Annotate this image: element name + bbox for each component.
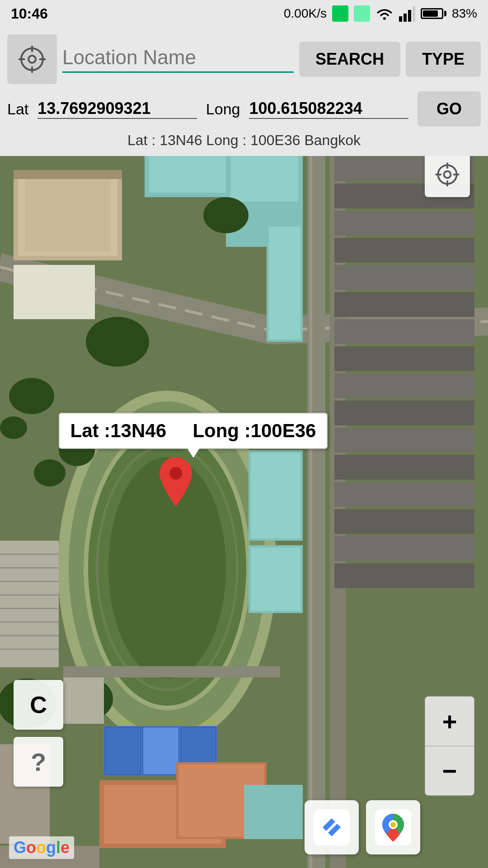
search-button[interactable]: SEARCH xyxy=(299,42,400,77)
svg-rect-40 xyxy=(334,563,474,588)
long-label: Long xyxy=(206,100,240,118)
map-background xyxy=(0,134,488,868)
svg-rect-76 xyxy=(251,453,300,538)
svg-point-92 xyxy=(390,822,396,827)
location-name-input[interactable] xyxy=(62,46,294,69)
pulse-icon xyxy=(332,5,348,22)
svg-rect-37 xyxy=(334,482,474,507)
svg-rect-33 xyxy=(334,373,474,398)
svg-rect-2 xyxy=(404,14,407,22)
svg-rect-42 xyxy=(269,226,300,340)
zoom-out-button[interactable]: − xyxy=(425,746,474,796)
status-bar: 10:46 0.00K/s 83% xyxy=(0,0,488,27)
svg-point-65 xyxy=(86,317,149,367)
help-button[interactable]: ? xyxy=(14,737,63,787)
svg-point-72 xyxy=(0,416,27,439)
map-pin xyxy=(158,457,194,509)
svg-rect-78 xyxy=(251,547,300,611)
lat-input-wrap xyxy=(38,99,197,119)
signal-icon xyxy=(399,5,415,22)
svg-rect-38 xyxy=(334,509,474,534)
svg-rect-32 xyxy=(334,346,474,371)
long-input[interactable] xyxy=(249,99,408,118)
long-input-wrap xyxy=(249,99,408,119)
bottom-left-buttons: C ? xyxy=(14,680,63,787)
svg-rect-39 xyxy=(334,536,474,561)
svg-rect-47 xyxy=(0,541,59,667)
type-button[interactable]: TYPE xyxy=(406,42,481,77)
google-maps-icon xyxy=(375,809,411,845)
svg-rect-57 xyxy=(105,727,141,775)
svg-point-82 xyxy=(444,171,451,178)
callout-lat: Lat :13N46 xyxy=(70,420,166,441)
directions-button[interactable] xyxy=(305,800,359,854)
svg-rect-1 xyxy=(399,16,402,22)
top-controls: SEARCH TYPE Lat Long GO Lat : 13N46 Long… xyxy=(0,27,488,156)
svg-point-6 xyxy=(28,56,36,63)
svg-rect-27 xyxy=(334,211,474,236)
svg-rect-13 xyxy=(310,134,312,868)
svg-rect-4 xyxy=(413,6,415,22)
zoom-in-button[interactable]: + xyxy=(425,696,474,746)
svg-rect-64 xyxy=(244,785,303,839)
svg-point-66 xyxy=(203,197,249,233)
lat-input[interactable] xyxy=(38,99,197,118)
svg-rect-17 xyxy=(25,179,111,251)
svg-rect-36 xyxy=(334,455,474,480)
svg-rect-31 xyxy=(334,319,474,344)
svg-rect-18 xyxy=(14,170,122,179)
coords-row: Lat Long GO xyxy=(7,91,481,127)
svg-rect-30 xyxy=(334,292,474,317)
svg-rect-58 xyxy=(143,727,179,775)
search-row: SEARCH TYPE xyxy=(7,34,481,84)
svg-rect-35 xyxy=(334,428,474,453)
map-container[interactable]: Lat :13N46 Long :100E36 C ? xyxy=(0,134,488,868)
svg-point-0 xyxy=(383,17,386,20)
download-icon xyxy=(354,5,370,22)
map-marker-callout: Lat :13N46 Long :100E36 xyxy=(59,413,328,449)
crosshair-icon xyxy=(18,45,47,74)
svg-rect-34 xyxy=(334,401,474,425)
status-right: 0.00K/s 83% xyxy=(284,5,477,22)
map-svg xyxy=(0,134,488,868)
go-button[interactable]: GO xyxy=(418,91,481,127)
svg-rect-79 xyxy=(63,670,104,724)
svg-rect-28 xyxy=(334,238,474,263)
my-location-button[interactable] xyxy=(7,34,57,84)
svg-rect-23 xyxy=(230,156,298,202)
battery-percent: 83% xyxy=(452,6,477,21)
lat-label: Lat xyxy=(7,100,28,118)
svg-point-71 xyxy=(9,378,54,414)
callout-long: Long :100E36 xyxy=(192,420,316,441)
bottom-nav-buttons xyxy=(305,800,420,854)
clear-button[interactable]: C xyxy=(14,680,63,730)
svg-rect-21 xyxy=(149,152,230,193)
svg-point-70 xyxy=(34,459,66,486)
search-input-wrap xyxy=(62,46,294,73)
crosshair-map-icon xyxy=(434,161,461,188)
svg-rect-3 xyxy=(408,10,411,22)
google-logo: Google xyxy=(9,836,74,859)
network-speed: 0.00K/s xyxy=(284,6,327,21)
svg-rect-29 xyxy=(334,265,474,290)
status-time: 10:46 xyxy=(11,5,48,22)
zoom-buttons: + − xyxy=(425,696,474,796)
battery-icon xyxy=(421,8,446,19)
svg-point-80 xyxy=(169,467,182,480)
directions-icon xyxy=(314,809,350,845)
location-pin-icon xyxy=(158,457,194,507)
wifi-icon xyxy=(375,5,394,22)
svg-rect-19 xyxy=(14,265,95,319)
location-display: Lat : 13N46 Long : 100E36 Bangkok xyxy=(7,132,481,152)
google-maps-button[interactable] xyxy=(366,800,420,854)
my-location-map-button[interactable] xyxy=(425,152,470,197)
